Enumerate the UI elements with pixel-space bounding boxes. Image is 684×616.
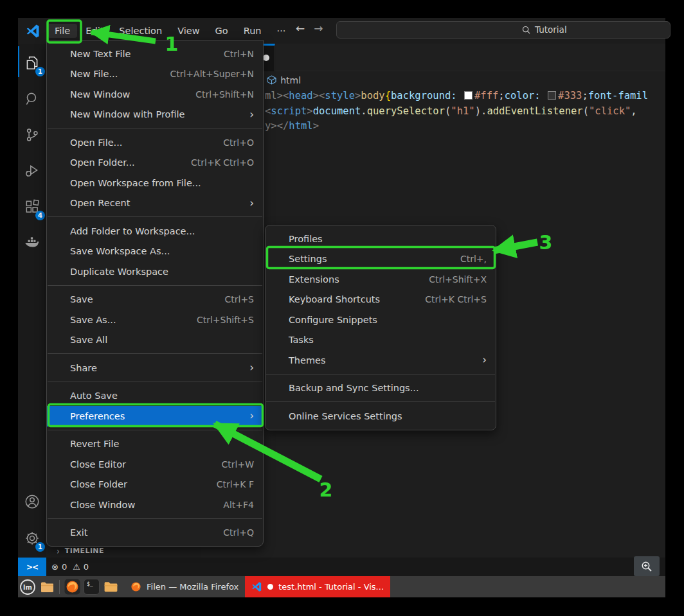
firefox-icon bbox=[64, 579, 80, 595]
file-menu-item-new-file[interactable]: New File...Ctrl+Alt+Super+N bbox=[47, 64, 263, 85]
file-menu-item-save-all[interactable]: Save All bbox=[47, 330, 263, 351]
file-menu-item-close-editor[interactable]: Close EditorCtrl+W bbox=[47, 454, 263, 475]
code-token: . bbox=[481, 105, 487, 117]
file-menu-item-save[interactable]: SaveCtrl+S bbox=[47, 290, 263, 310]
color-swatch[interactable] bbox=[464, 91, 473, 100]
menu-item-label: Profiles bbox=[289, 234, 487, 244]
taskbar-window-test-html-tutorial[interactable]: test.html - Tutorial - Vis... bbox=[245, 576, 390, 597]
files-app-launcher[interactable] bbox=[37, 576, 57, 597]
menu-item-shortcut: Ctrl+O bbox=[223, 137, 254, 148]
menu-item-shortcut: Ctrl+, bbox=[460, 254, 487, 264]
preferences-item-tasks[interactable]: Tasks bbox=[266, 330, 496, 351]
file-menu-item-new-text-file[interactable]: New Text FileCtrl+N bbox=[47, 44, 263, 64]
menu-item-label: Themes bbox=[289, 355, 476, 365]
menu-item-shortcut: Ctrl+S bbox=[224, 294, 254, 304]
file-menu-item-open-recent[interactable]: Open Recent› bbox=[47, 193, 263, 214]
submenu-chevron-icon: › bbox=[249, 362, 254, 373]
menubar-item-selection[interactable]: Selection bbox=[112, 24, 169, 38]
tab-modified-dot-icon bbox=[263, 55, 269, 61]
code-line-3: y></html> bbox=[201, 119, 665, 134]
file-menu-item-open-workspace-from-file[interactable]: Open Workspace from File... bbox=[47, 173, 263, 193]
code-token: html bbox=[289, 120, 312, 132]
screen: FileEditSelectionViewGoRun··· ← → Tutori… bbox=[0, 0, 684, 616]
menu-item-label: Backup and Sync Settings... bbox=[289, 383, 487, 393]
menu-item-label: Open Recent bbox=[70, 198, 243, 208]
menubar-item-[interactable]: ··· bbox=[270, 24, 293, 38]
file-menu-item-new-window[interactable]: New WindowCtrl+Shift+N bbox=[47, 84, 263, 105]
preferences-item-online-services-settings[interactable]: Online Services Settings bbox=[266, 406, 496, 427]
sidebar-item-extensions[interactable]: 4 bbox=[18, 189, 46, 225]
vscode-logo-icon bbox=[26, 24, 40, 39]
menu-item-label: Preferences bbox=[70, 411, 243, 421]
firefox-launcher[interactable] bbox=[62, 576, 82, 597]
menubar-item-go[interactable]: Go bbox=[208, 24, 235, 38]
problems-status[interactable]: ⊗ 0 ⚠ 0 bbox=[51, 558, 89, 576]
taskbar-window-title: Filen — Mozilla Firefox bbox=[147, 582, 239, 592]
file-menu-item-exit[interactable]: ExitCtrl+Q bbox=[47, 523, 263, 543]
file-menu-item-close-folder[interactable]: Close FolderCtrl+K F bbox=[47, 475, 263, 495]
run-debug-icon bbox=[24, 163, 40, 179]
code-token: #333 bbox=[558, 90, 582, 101]
preferences-item-backup-and-sync-settings[interactable]: Backup and Sync Settings... bbox=[266, 378, 496, 399]
menu-separator bbox=[48, 216, 262, 217]
file-menu-item-open-folder[interactable]: Open Folder...Ctrl+K Ctrl+O bbox=[47, 153, 263, 173]
file-menu-item-duplicate-workspace[interactable]: Duplicate Workspace bbox=[47, 261, 263, 282]
menubar-item-file[interactable]: File bbox=[48, 24, 77, 38]
preferences-item-profiles[interactable]: Profiles bbox=[266, 229, 496, 249]
file-menu-item-close-window[interactable]: Close WindowAlt+F4 bbox=[47, 495, 263, 515]
preferences-item-themes[interactable]: Themes› bbox=[266, 350, 496, 371]
docker-whale-icon bbox=[24, 234, 40, 251]
source-control-icon bbox=[24, 127, 40, 143]
preferences-item-extensions[interactable]: ExtensionsCtrl+Shift+X bbox=[266, 269, 496, 290]
taskbar-window-filen-mozilla-fire[interactable]: Filen — Mozilla Firefox bbox=[124, 576, 245, 597]
code-token: ) bbox=[475, 105, 481, 117]
file-menu-item-share[interactable]: Share› bbox=[47, 358, 263, 378]
menubar-item-run[interactable]: Run bbox=[237, 24, 269, 38]
file-menu-item-open-file[interactable]: Open File...Ctrl+O bbox=[47, 132, 263, 153]
explorer-badge: 1 bbox=[35, 67, 45, 76]
code-token: document bbox=[313, 105, 361, 117]
menubar-item-view[interactable]: View bbox=[170, 24, 206, 38]
file-menu-item-new-window-with-profile[interactable]: New Window with Profile› bbox=[47, 105, 263, 125]
code-token: #fff bbox=[474, 90, 498, 101]
search-view-icon bbox=[24, 91, 40, 107]
file-menu-item-save-as[interactable]: Save As...Ctrl+Shift+S bbox=[47, 310, 263, 330]
code-token: y> bbox=[265, 120, 277, 132]
folder-launcher[interactable] bbox=[101, 576, 120, 597]
menu-item-shortcut: Ctrl+Shift+S bbox=[197, 315, 254, 325]
preferences-item-keyboard-shortcuts[interactable]: Keyboard ShortcutsCtrl+K Ctrl+S bbox=[266, 290, 496, 310]
zoom-tool-button[interactable] bbox=[634, 556, 660, 576]
code-area[interactable]: ml><head><style>body{background: #fff;co… bbox=[201, 89, 665, 166]
sidebar-item-run-debug[interactable] bbox=[18, 153, 46, 189]
file-menu-item-auto-save[interactable]: Auto Save bbox=[47, 386, 263, 407]
file-menu-item-add-folder-to-workspace[interactable]: Add Folder to Workspace... bbox=[47, 221, 263, 242]
command-center-search[interactable]: Tutorial bbox=[336, 21, 670, 39]
file-menu-item-preferences[interactable]: Preferences› bbox=[47, 406, 263, 427]
breadcrumb-item-html[interactable]: html bbox=[280, 75, 301, 85]
file-menu-item-revert-file[interactable]: Revert File bbox=[47, 434, 263, 455]
modified-dot-icon bbox=[267, 584, 273, 590]
terminal-launcher[interactable]: $_ bbox=[82, 576, 101, 597]
code-token: > bbox=[307, 105, 312, 117]
forward-arrow-icon[interactable]: → bbox=[314, 22, 323, 35]
menu-item-label: Settings bbox=[289, 254, 460, 264]
remote-indicator[interactable]: >< bbox=[18, 558, 46, 576]
back-arrow-icon[interactable]: ← bbox=[296, 22, 305, 35]
preferences-item-configure-snippets[interactable]: Configure Snippets bbox=[266, 310, 496, 330]
color-swatch[interactable] bbox=[548, 91, 556, 100]
sidebar-item-source-control[interactable] bbox=[18, 117, 46, 153]
sidebar-item-explorer[interactable]: 1 bbox=[18, 45, 46, 81]
accounts-button[interactable] bbox=[18, 484, 46, 520]
code-token: > bbox=[355, 90, 361, 101]
menu-separator bbox=[48, 353, 262, 354]
sidebar-item-docker[interactable] bbox=[18, 225, 46, 261]
code-token: . bbox=[361, 105, 366, 117]
menubar-item-edit[interactable]: Edit bbox=[78, 24, 111, 38]
file-menu-item-save-workspace-as[interactable]: Save Workspace As... bbox=[47, 242, 263, 262]
code-token: ( bbox=[583, 105, 589, 117]
sidebar-item-search[interactable] bbox=[18, 81, 46, 117]
mint-menu-button[interactable]: lm bbox=[18, 576, 37, 597]
code-line-2: <script>document.querySelector("h1").add… bbox=[201, 104, 665, 119]
settings-gear-button[interactable]: 1 bbox=[18, 520, 46, 556]
preferences-item-settings[interactable]: SettingsCtrl+, bbox=[266, 249, 496, 270]
